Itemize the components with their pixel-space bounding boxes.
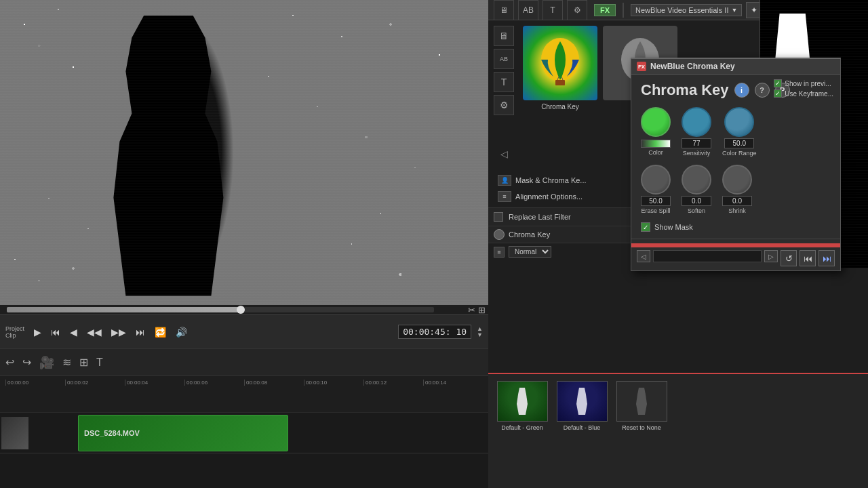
volume-button[interactable]: 🔊: [173, 325, 190, 339]
fx-monitor-icon[interactable]: 🖥: [494, 0, 514, 20]
fx-side-t[interactable]: T: [494, 72, 514, 92]
fx-side-gear[interactable]: ⚙: [494, 95, 514, 115]
preset-default-blue[interactable]: Default - Blue: [555, 381, 609, 431]
audio-icon[interactable]: ≋: [62, 356, 71, 369]
mask-icon: 👤: [498, 175, 511, 186]
clip-name: DSC_5284.MOV: [84, 429, 140, 437]
preset-blue-img: [557, 381, 608, 422]
erase-spill-knob[interactable]: [641, 165, 671, 195]
audio-track-row: [0, 389, 488, 413]
video-noise-bg: [0, 0, 488, 305]
show-mask-checkbox[interactable]: ✓: [641, 222, 650, 232]
color-range-value[interactable]: 50.0: [724, 138, 754, 148]
chroma-key-thumb[interactable]: [523, 26, 597, 100]
go-start-button[interactable]: ⏮: [48, 325, 63, 339]
timeline-tracks: DSC_5284.MOV: [0, 389, 488, 488]
fx-type-icon[interactable]: T: [542, 0, 563, 20]
info-button[interactable]: i: [734, 83, 749, 98]
transition-icon[interactable]: ⊞: [79, 356, 88, 369]
dialog-checkboxes: ✓ Show in previ... ✓ Use Keyframe...: [774, 79, 833, 98]
dialog-titlebar: FX NewBlue Chroma Key: [631, 59, 840, 75]
text-icon[interactable]: T: [96, 357, 103, 369]
use-keyframe-label: Use Keyframe...: [785, 90, 833, 98]
balloon-svg: [533, 36, 587, 90]
undo-icon[interactable]: ↩: [5, 356, 14, 369]
video-track-row: DSC_5284.MOV: [0, 413, 488, 453]
color-range-knob[interactable]: [724, 107, 754, 137]
dialog-title: NewBlue Chroma Key: [650, 62, 735, 71]
presets-row: Default - Green Default - Blue Reset to …: [495, 381, 861, 431]
cut-icon[interactable]: ✂: [468, 305, 475, 315]
scrub-bar-track[interactable]: [7, 307, 434, 312]
ruler-mark-2: 00:00:04: [125, 380, 184, 386]
preset-reset-none[interactable]: Reset to None: [614, 381, 669, 431]
use-keyframe-checkbox[interactable]: ✓: [774, 89, 782, 98]
chroma-key-thumb-container: Chroma Key: [523, 26, 597, 164]
go-end-button[interactable]: ⏭: [133, 325, 148, 339]
sensitivity-knob[interactable]: [682, 107, 711, 137]
reset-btn[interactable]: ↺: [781, 250, 797, 266]
show-preview-label: Show in previ...: [785, 80, 831, 87]
loop-button[interactable]: 🔁: [152, 325, 169, 339]
blend-dropdown[interactable]: Normal: [509, 246, 551, 258]
preset-green-figure: [515, 388, 529, 415]
nav-left-btn[interactable]: ◁: [637, 250, 650, 262]
ruler-mark-7: 00:00:14: [423, 380, 483, 386]
show-preview-checkbox[interactable]: ✓: [774, 79, 782, 87]
dialog-bottom-controls: ◁ ▷ ↺ ⏮ ⏭: [631, 239, 840, 270]
fx-side-ab[interactable]: AB: [494, 49, 514, 69]
timecode: 00:00:45: 10: [398, 325, 471, 339]
fx-side-arrow[interactable]: ◁: [494, 144, 514, 164]
show-preview-row: ✓ Show in previ...: [774, 79, 833, 87]
sensitivity-value[interactable]: 77: [682, 138, 711, 148]
erase-spill-label: Erase Spill: [641, 207, 670, 214]
fx-side-monitor[interactable]: 🖥: [494, 26, 514, 46]
nav-controls: ◁ ▷ ↺ ⏮ ⏭: [637, 250, 835, 266]
shrink-value[interactable]: 0.0: [722, 196, 752, 206]
erase-spill-value[interactable]: 50.0: [641, 196, 671, 206]
preset-default-green[interactable]: Default - Green: [495, 381, 549, 431]
transport-controls: Project Clip ▶ ⏮ ◀ ◀◀ ▶▶ ⏭ 🔁 🔊 00:00:45:…: [0, 314, 488, 348]
svg-rect-1: [555, 80, 565, 85]
next-frame-step-button[interactable]: ▶▶: [108, 325, 129, 339]
color-range-knob-group: 50.0 Color Range: [722, 107, 757, 157]
help-button[interactable]: ?: [755, 83, 770, 98]
next-btn[interactable]: ⏭: [818, 250, 835, 266]
scrub-handle[interactable]: [237, 306, 245, 314]
ruler-mark-4: 00:00:08: [244, 380, 304, 386]
preset-reset-label: Reset to None: [622, 424, 661, 431]
video-clip[interactable]: DSC_5284.MOV: [78, 415, 288, 451]
redo-icon[interactable]: ↪: [22, 356, 31, 369]
soften-label: Soften: [688, 207, 705, 214]
chroma-key-label: Chroma Key: [541, 103, 579, 110]
knob-row-2: 50.0 Erase Spill 0.0 Soften 0.0 Shrink: [641, 165, 831, 214]
timecode-down[interactable]: ▼: [477, 332, 483, 338]
nav-right-btn[interactable]: ▷: [764, 250, 778, 262]
ruler-mark-1: 00:00:02: [65, 380, 125, 386]
ruler-mark-0: 00:00:00: [5, 380, 65, 386]
dialog-body: Chroma Key i ? P Color: [631, 75, 840, 239]
color-knob[interactable]: [641, 107, 671, 137]
fx-gear-icon[interactable]: ⚙: [567, 0, 587, 20]
video-fx-icon[interactable]: 🎥: [39, 355, 54, 370]
replace-last-checkbox[interactable]: [494, 212, 503, 222]
color-swatch-bar: [641, 140, 671, 148]
dialog-icon: FX: [637, 62, 646, 71]
fx-text-icon[interactable]: AB: [518, 0, 538, 20]
copy-icon[interactable]: ⊞: [478, 305, 486, 315]
dropdown-arrow: ▼: [731, 7, 737, 14]
list-icon[interactable]: ≡: [494, 247, 505, 258]
fx-button[interactable]: FX: [594, 4, 616, 16]
prev-frame-button[interactable]: ◀: [67, 325, 80, 339]
shrink-knob[interactable]: [722, 165, 752, 195]
prev-btn[interactable]: ⏮: [800, 250, 816, 266]
sensitivity-label: Sensitivity: [683, 150, 711, 157]
soften-knob[interactable]: [682, 165, 711, 195]
prev-frame-step-button[interactable]: ◀◀: [84, 325, 104, 339]
play-button[interactable]: ▶: [31, 325, 44, 339]
soften-value[interactable]: 0.0: [682, 196, 711, 206]
presets-area: Default - Green Default - Blue Reset to …: [488, 373, 868, 488]
project-clip-label: Project Clip: [5, 325, 24, 339]
timeline-ruler: 00:00:00 00:00:02 00:00:04 00:00:06 00:0…: [0, 375, 488, 389]
fx-dropdown[interactable]: NewBlue Video Essentials II ▼: [631, 4, 742, 16]
